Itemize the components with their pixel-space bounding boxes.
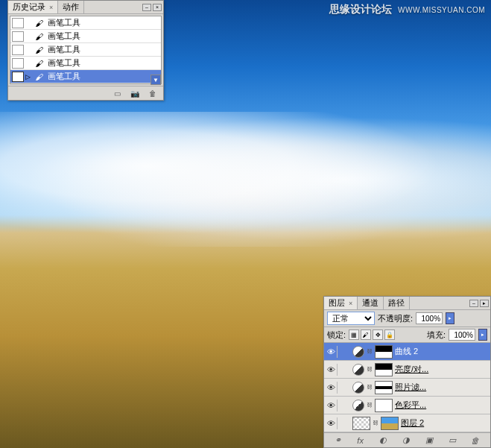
adjustment-icon	[352, 400, 364, 411]
layer-label[interactable]: 亮度/对...	[395, 364, 489, 375]
layer-row[interactable]: 👁 ⛓ 曲线 2	[324, 343, 490, 361]
layer-row[interactable]: 👁 ⛓ 照片滤...	[324, 379, 490, 397]
lock-transparency-icon[interactable]: ▦	[349, 329, 359, 340]
layer-thumbnail[interactable]	[352, 417, 370, 430]
brush-icon: 🖌	[33, 19, 45, 28]
minimize-icon[interactable]: –	[469, 300, 478, 307]
brush-icon: 🖌	[33, 45, 45, 54]
history-item[interactable]: 🖌 画笔工具	[10, 30, 161, 43]
scroll-down-icon[interactable]: ▼	[151, 75, 161, 85]
history-snapshot-toggle[interactable]	[12, 31, 24, 42]
brush-icon: 🖌	[33, 59, 45, 68]
close-panel-icon[interactable]: ×	[153, 4, 162, 11]
brush-icon: 🖌	[33, 72, 45, 81]
layers-footer: ⚭ fx ◐ ◑ ▣ ▭ 🗑	[324, 432, 490, 447]
mask-thumbnail[interactable]	[375, 345, 393, 359]
visibility-icon[interactable]: 👁	[326, 417, 338, 429]
new-document-icon[interactable]: ▭	[111, 88, 123, 98]
adjustment-icon	[352, 382, 364, 394]
tab-paths[interactable]: 路径	[384, 297, 410, 309]
watermark-url: WWW.MISSYUAN.COM	[398, 6, 485, 14]
history-list: 🖌 画笔工具 🖌 画笔工具 🖌 画笔工具 🖌 画笔工具 ▷ 🖌 画笔工具	[10, 16, 162, 84]
history-item[interactable]: 🖌 画笔工具	[10, 43, 161, 57]
mask-thumbnail[interactable]	[375, 381, 393, 394]
history-panel: 历史记录 × 动作 – × 🖌 画笔工具 🖌 画笔工具 🖌 画笔工具	[7, 0, 164, 101]
brush-icon: 🖌	[33, 32, 45, 41]
mask-thumbnail[interactable]	[381, 417, 399, 430]
menu-icon[interactable]: ▸	[480, 300, 489, 307]
link-layers-icon[interactable]: ⚭	[335, 435, 341, 445]
history-snapshot-toggle[interactable]	[12, 58, 24, 69]
opacity-label: 不透明度:	[378, 313, 413, 324]
visibility-icon[interactable]: 👁	[326, 382, 338, 394]
layer-row[interactable]: 👁 ⛓ 图层 2	[324, 414, 490, 432]
layer-label[interactable]: 图层 2	[401, 417, 489, 429]
layer-label[interactable]: 曲线 2	[395, 346, 489, 357]
fx-icon[interactable]: fx	[357, 436, 364, 445]
mask-thumbnail[interactable]	[375, 363, 393, 376]
layers-list: 👁 ⛓ 曲线 2 👁 ⛓ 亮度/对... 👁 ⛓ 照片滤... 👁	[324, 343, 490, 432]
link-icon: ⛓	[367, 384, 373, 391]
link-icon: ⛓	[373, 420, 378, 426]
adjustment-icon	[352, 346, 364, 358]
layer-options-row: 正常 不透明度: ▸	[324, 310, 490, 327]
layer-row[interactable]: 👁 ⛓ 色彩平...	[324, 397, 490, 414]
adjustment-layer-icon[interactable]: ◑	[402, 435, 410, 445]
mask-thumbnail[interactable]	[375, 399, 393, 412]
snapshot-icon[interactable]: 📷	[129, 88, 141, 98]
visibility-icon[interactable]: 👁	[326, 364, 338, 376]
link-icon: ⛓	[367, 402, 373, 408]
history-item[interactable]: 🖌 画笔工具	[10, 57, 161, 70]
history-snapshot-toggle[interactable]	[12, 18, 24, 28]
watermark: 思缘设计论坛 WWW.MISSYUAN.COM	[329, 3, 485, 16]
history-snapshot-toggle[interactable]	[12, 72, 24, 82]
layer-row[interactable]: 👁 ⛓ 亮度/对...	[324, 361, 490, 379]
mask-icon[interactable]: ◐	[379, 435, 387, 445]
link-icon: ⛓	[367, 348, 373, 355]
minimize-icon[interactable]: –	[142, 4, 151, 11]
blend-mode-select[interactable]: 正常	[327, 312, 375, 325]
close-icon[interactable]: ×	[349, 300, 352, 307]
opacity-slider-icon[interactable]: ▸	[446, 312, 454, 324]
lock-move-icon[interactable]: ✥	[373, 329, 383, 340]
tab-layers[interactable]: 图层 ×	[324, 297, 358, 309]
visibility-icon[interactable]: 👁	[326, 400, 338, 411]
tab-history[interactable]: 历史记录 ×	[8, 1, 58, 13]
tab-channels[interactable]: 通道	[358, 297, 384, 309]
close-icon[interactable]: ×	[49, 4, 53, 11]
link-icon: ⛓	[367, 366, 373, 373]
panel-tabs: 图层 × 通道 路径 – ▸	[324, 297, 490, 310]
tab-actions[interactable]: 动作	[58, 1, 84, 13]
new-layer-icon[interactable]: ▭	[449, 435, 456, 445]
lock-row: 锁定: ▦ 🖌 ✥ 🔒 填充: ▸	[324, 327, 490, 343]
history-footer: ▭ 📷 🗑	[8, 86, 163, 100]
group-icon[interactable]: ▣	[425, 435, 433, 445]
fill-label: 填充:	[427, 329, 446, 341]
trash-icon[interactable]: 🗑	[471, 436, 479, 445]
layer-label[interactable]: 色彩平...	[395, 400, 489, 411]
layers-panel: 图层 × 通道 路径 – ▸ 正常 不透明度: ▸ 锁定: ▦ 🖌 ✥ 🔒 填充…	[323, 296, 491, 448]
visibility-icon[interactable]: 👁	[326, 346, 338, 358]
adjustment-icon	[352, 364, 364, 376]
lock-label: 锁定:	[327, 329, 346, 341]
watermark-text: 思缘设计论坛	[329, 3, 392, 15]
fill-input[interactable]	[449, 329, 475, 341]
fill-slider-icon[interactable]: ▸	[478, 329, 487, 341]
lock-all-icon[interactable]: 🔒	[384, 329, 395, 340]
panel-tabs: 历史记录 × 动作 – ×	[8, 1, 163, 14]
trash-icon[interactable]: 🗑	[147, 88, 159, 98]
history-item[interactable]: ▷ 🖌 画笔工具	[10, 70, 161, 83]
history-snapshot-toggle[interactable]	[12, 45, 24, 55]
opacity-input[interactable]	[416, 312, 443, 324]
current-marker-icon: ▷	[25, 73, 33, 81]
layer-label[interactable]: 照片滤...	[395, 382, 489, 393]
history-item[interactable]: 🖌 画笔工具	[10, 16, 161, 30]
lock-brush-icon[interactable]: 🖌	[361, 329, 371, 340]
